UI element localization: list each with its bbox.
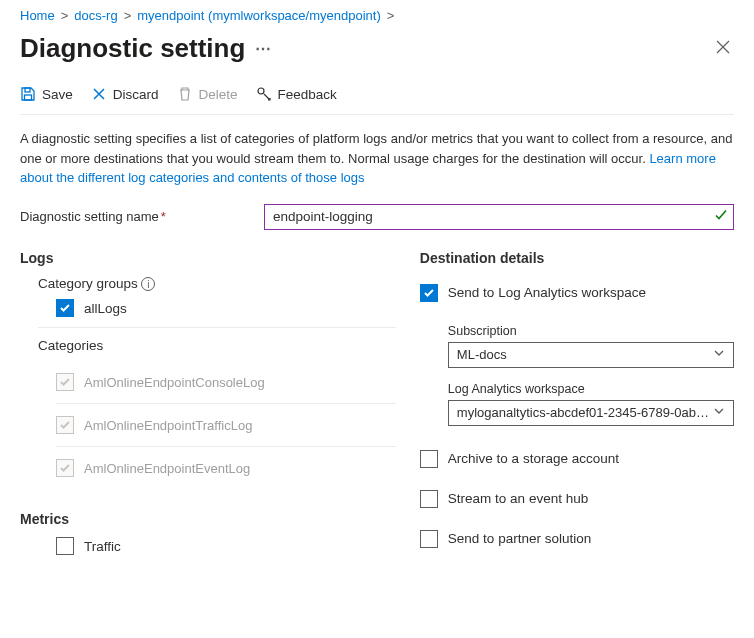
logs-title: Logs [20,250,396,266]
breadcrumb: Home > docs-rg > myendpoint (mymlworkspa… [20,8,734,23]
close-icon [716,40,730,54]
category-label: AmlOnlineEndpointTrafficLog [84,418,252,433]
archive-label: Archive to a storage account [448,451,619,466]
breadcrumb-rg[interactable]: docs-rg [74,8,117,23]
alllogs-checkbox[interactable] [56,299,74,317]
category-checkbox-traffic [56,416,74,434]
chevron-right-icon: > [124,8,132,23]
info-icon[interactable]: i [141,277,155,291]
partner-label: Send to partner solution [448,531,591,546]
category-row: AmlOnlineEndpointEventLog [56,447,396,489]
delete-icon [177,86,193,102]
svg-point-2 [258,88,264,94]
page-title: Diagnostic setting [20,33,245,64]
feedback-button[interactable]: Feedback [256,86,337,102]
save-button[interactable]: Save [20,86,73,102]
send-la-checkbox[interactable] [420,284,438,302]
category-label: AmlOnlineEndpointConsoleLog [84,375,265,390]
subscription-label: Subscription [448,324,734,338]
description: A diagnostic setting specifies a list of… [20,129,734,188]
more-icon[interactable]: ⋯ [255,39,271,58]
valid-check-icon [714,208,728,225]
save-label: Save [42,87,73,102]
la-workspace-label: Log Analytics workspace [448,382,734,396]
category-row: AmlOnlineEndpointTrafficLog [56,404,396,447]
feedback-icon [256,86,272,102]
required-indicator: * [161,209,166,224]
chevron-down-icon [713,347,725,362]
alllogs-label: allLogs [84,301,127,316]
description-text: A diagnostic setting specifies a list of… [20,131,732,166]
category-groups-label: Category groups [38,276,138,291]
discard-button[interactable]: Discard [91,86,159,102]
category-label: AmlOnlineEndpointEventLog [84,461,250,476]
categories-label: Categories [20,338,396,353]
discard-icon [91,86,107,102]
breadcrumb-endpoint[interactable]: myendpoint (mymlworkspace/myendpoint) [137,8,380,23]
la-workspace-select[interactable]: myloganaltytics-abcdef01-2345-6789-0abc-… [448,400,734,426]
setting-name-label-text: Diagnostic setting name [20,209,159,224]
category-checkbox-console [56,373,74,391]
category-row: AmlOnlineEndpointConsoleLog [56,361,396,404]
setting-name-row: Diagnostic setting name* [20,204,734,230]
la-workspace-value: myloganaltytics-abcdef01-2345-6789-0abc-… [457,405,713,420]
svg-rect-1 [25,95,32,100]
partner-checkbox[interactable] [420,530,438,548]
toolbar: Save Discard Delete Feedback [20,86,734,115]
chevron-right-icon: > [387,8,395,23]
delete-button: Delete [177,86,238,102]
svg-rect-0 [25,88,30,92]
delete-label: Delete [199,87,238,102]
archive-checkbox[interactable] [420,450,438,468]
setting-name-label: Diagnostic setting name* [20,209,252,224]
eventhub-checkbox[interactable] [420,490,438,508]
chevron-right-icon: > [61,8,69,23]
traffic-label: Traffic [84,539,121,554]
save-icon [20,86,36,102]
metrics-title: Metrics [20,511,396,527]
category-checkbox-event [56,459,74,477]
destination-title: Destination details [420,250,734,266]
feedback-label: Feedback [278,87,337,102]
discard-label: Discard [113,87,159,102]
page-header: Diagnostic setting ⋯ [20,33,734,64]
chevron-down-icon [713,405,725,420]
subscription-select[interactable]: ML-docs [448,342,734,368]
close-button[interactable] [712,34,734,63]
traffic-checkbox[interactable] [56,537,74,555]
breadcrumb-home[interactable]: Home [20,8,55,23]
eventhub-label: Stream to an event hub [448,491,588,506]
setting-name-input[interactable] [264,204,734,230]
send-la-label: Send to Log Analytics workspace [448,285,646,300]
subscription-value: ML-docs [457,347,507,362]
